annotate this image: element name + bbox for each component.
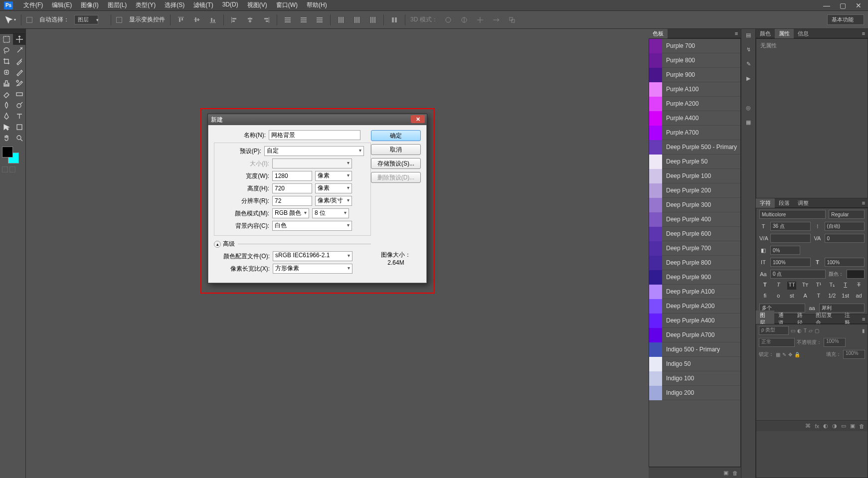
menu-文件(F)[interactable]: 文件(F) (19, 1, 47, 9)
swatch-chip[interactable] (649, 198, 662, 212)
mask-icon[interactable]: ◐ (823, 423, 828, 429)
swatch-row[interactable]: Purple A700 (649, 126, 740, 140)
swatch-chip[interactable] (649, 357, 662, 371)
screenmode-toggle[interactable] (9, 166, 15, 172)
brush-tool[interactable] (13, 67, 26, 78)
dialog-close-button[interactable]: ✕ (411, 115, 425, 123)
menu-3D(D)[interactable]: 3D(D) (218, 1, 243, 9)
zoom-tool[interactable] (13, 133, 26, 144)
swatch-row[interactable]: Deep Purple 600 (649, 227, 740, 241)
swatch-chip[interactable] (649, 155, 662, 169)
res-input[interactable] (272, 196, 312, 206)
menu-图像(I)[interactable]: 图像(I) (76, 1, 103, 9)
lig-btn[interactable]: fi (760, 293, 769, 301)
filter-adjust-icon[interactable]: ◐ (797, 328, 802, 333)
wscale[interactable]: 100% (825, 258, 865, 267)
swash-btn[interactable]: st (787, 293, 796, 301)
link-layers-icon[interactable]: ⌘ (805, 423, 811, 429)
adjustment-icon[interactable]: ◑ (832, 423, 837, 429)
pan-icon[interactable] (475, 15, 486, 25)
eraser-tool[interactable] (0, 89, 13, 100)
align-right-icon[interactable] (261, 15, 272, 25)
save-preset-button[interactable]: 存储预设(S)... (371, 158, 421, 169)
align-bottom-icon[interactable] (207, 15, 218, 25)
menu-类型(Y)[interactable]: 类型(Y) (131, 1, 160, 9)
tab-adjust[interactable]: 调整 (794, 198, 813, 208)
dialog-titlebar[interactable]: 新建 ✕ (208, 114, 427, 125)
menu-帮助(H)[interactable]: 帮助(H) (302, 1, 332, 9)
height-unit[interactable]: 像素 (315, 183, 352, 193)
tab-character[interactable]: 字符 (756, 198, 775, 208)
slide-icon[interactable] (491, 15, 502, 25)
dlig-btn[interactable]: ad (855, 293, 864, 301)
fx-icon[interactable]: fx (815, 423, 819, 429)
swatch-chip[interactable] (649, 227, 662, 241)
swatch-chip[interactable] (649, 371, 662, 386)
other-panel-icon[interactable]: ▦ (746, 119, 751, 126)
res-unit[interactable]: 像素/英寸 (315, 196, 352, 206)
name-input[interactable] (269, 130, 360, 140)
roll-icon[interactable] (459, 15, 470, 25)
swatch-row[interactable]: Deep Purple A700 (649, 328, 740, 342)
font-family[interactable]: Multicolore (759, 210, 826, 219)
swatch-row[interactable]: Deep Purple 800 (649, 256, 740, 270)
tab-swatches[interactable]: 色板 (649, 29, 668, 38)
preset-select[interactable]: 自定 (264, 146, 364, 156)
mode-select[interactable]: RGB 颜色 (272, 208, 309, 218)
auto-select-checkbox[interactable] (26, 17, 32, 23)
lock-pos-icon[interactable]: ✥ (788, 352, 792, 357)
swatch-chip[interactable] (649, 39, 662, 53)
swatch-chip[interactable] (649, 285, 662, 299)
healing-tool[interactable] (0, 67, 13, 78)
swatch-row[interactable]: Indigo 200 (649, 386, 740, 400)
menu-滤镜(T)[interactable]: 滤镜(T) (189, 1, 217, 9)
swatch-chip[interactable] (649, 97, 662, 111)
swatch-row[interactable]: Purple 700 (649, 39, 740, 53)
close-button[interactable]: ✕ (853, 2, 864, 9)
swatch-row[interactable]: Deep Purple 50 (649, 155, 740, 169)
leading[interactable]: (自动) (825, 222, 865, 231)
swatch-row[interactable]: Indigo 50 (649, 357, 740, 371)
swatch-chip[interactable] (649, 68, 662, 82)
align-top-icon[interactable] (175, 15, 186, 25)
swatch-row[interactable]: Indigo 500 - Primary (649, 342, 740, 357)
swatch-chip[interactable] (649, 314, 662, 328)
layer-filter-type[interactable]: ρ 类型 (759, 326, 789, 335)
swatch-chip[interactable] (649, 82, 662, 97)
swatch-row[interactable]: Deep Purple 900 (649, 270, 740, 285)
scale3d-icon[interactable] (507, 15, 518, 25)
swatch-row[interactable]: Indigo 100 (649, 371, 740, 386)
text-color[interactable] (847, 270, 865, 279)
filter-type-icon[interactable]: T (804, 328, 807, 333)
delete-layer-icon[interactable]: 🗑 (859, 423, 865, 429)
tab-properties[interactable]: 属性 (775, 29, 794, 38)
align-hcenter-icon[interactable] (245, 15, 256, 25)
pen-tool[interactable] (0, 111, 13, 122)
dist-bottom-icon[interactable] (314, 15, 325, 25)
brush-panel-icon[interactable]: ✎ (746, 61, 751, 67)
layers-menu-icon[interactable]: ≡ (860, 316, 868, 322)
swatch-row[interactable]: Deep Purple 500 - Primary (649, 140, 740, 155)
swatch-chip[interactable] (649, 386, 662, 400)
swatch-chip[interactable] (649, 53, 662, 68)
lock-pixel-icon[interactable]: ✎ (782, 352, 786, 357)
swatch-chip[interactable] (649, 212, 662, 227)
quickmask-toggle[interactable] (2, 166, 8, 172)
swatch-row[interactable]: Purple A400 (649, 111, 740, 126)
cancel-button[interactable]: 取消 (371, 144, 421, 155)
swatch-row[interactable]: Purple 800 (649, 53, 740, 68)
blend-mode[interactable]: 正常 (759, 338, 795, 347)
font-style[interactable]: Regular (829, 210, 865, 219)
eyedropper-tool[interactable] (13, 56, 26, 67)
kerning[interactable] (770, 234, 811, 243)
swatch-chip[interactable] (649, 126, 662, 140)
swatch-list[interactable]: Purple 700Purple 800Purple 900Purple A10… (649, 38, 741, 467)
swatch-chip[interactable] (649, 256, 662, 270)
superscript-btn[interactable]: T¹ (814, 282, 823, 290)
subscript-btn[interactable]: T₁ (828, 282, 837, 290)
swatch-row[interactable]: Deep Purple 400 (649, 212, 740, 227)
swatch-chip[interactable] (649, 299, 662, 314)
new-layer-icon[interactable]: ▣ (850, 423, 855, 429)
height-input[interactable] (272, 183, 312, 193)
alt-btn[interactable]: A (801, 293, 810, 301)
